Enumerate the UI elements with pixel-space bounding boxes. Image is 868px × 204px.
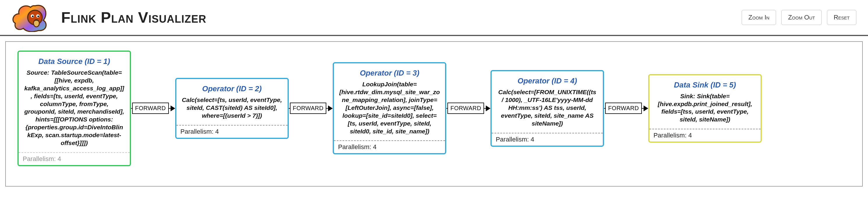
- flink-squirrel-logo-icon: [12, 3, 50, 32]
- plan-node-5[interactable]: Data Sink (ID = 5)Sink: Sink(table=[hive…: [648, 74, 762, 143]
- node-parallelism: Parallelism: 4: [492, 133, 603, 145]
- svg-point-4: [37, 16, 39, 18]
- zoom-toolbar: Zoom In Zoom Out Reset: [742, 10, 856, 25]
- edge-label: FORWARD: [605, 103, 642, 114]
- node-title: Data Sink (ID = 5): [649, 75, 761, 93]
- node-description: Calc(select=[FROM_UNIXTIME((ts / 1000), …: [492, 88, 603, 133]
- reset-button[interactable]: Reset: [827, 10, 856, 25]
- app-header: Flink Plan Visualizer Zoom In Zoom Out R…: [0, 0, 868, 36]
- plan-node-2[interactable]: Operator (ID = 2)Calc(select=[ts, userId…: [175, 78, 289, 139]
- svg-point-2: [32, 16, 34, 18]
- plan-node-1[interactable]: Data Source (ID = 1)Source: TableSourceS…: [18, 50, 131, 166]
- node-description: Calc(select=[ts, userId, eventType, site…: [176, 96, 287, 125]
- node-title: Operator (ID = 4): [492, 71, 603, 88]
- zoom-in-button[interactable]: Zoom In: [742, 10, 776, 25]
- node-title: Operator (ID = 3): [334, 63, 445, 80]
- edge-forward: FORWARD: [131, 103, 175, 114]
- edge-forward: FORWARD: [289, 103, 333, 114]
- node-description: Sink: Sink(table=[hive.expdb.print_joine…: [649, 93, 761, 129]
- node-parallelism: Parallelism: 4: [649, 129, 761, 141]
- node-description: Source: TableSourceScan(table=[[hive, ex…: [19, 69, 130, 152]
- zoom-out-button[interactable]: Zoom Out: [781, 10, 822, 25]
- node-parallelism: Parallelism: 4: [19, 152, 130, 165]
- plan-node-3[interactable]: Operator (ID = 3)LookupJoin(table=[hive.…: [333, 62, 446, 154]
- edge-forward: FORWARD: [604, 103, 648, 114]
- node-description: LookupJoin(table=[hive.rtdw_dim.mysql_si…: [334, 80, 445, 140]
- node-parallelism: Parallelism: 4: [334, 140, 445, 153]
- node-title: Operator (ID = 2): [176, 79, 287, 96]
- edge-label: FORWARD: [132, 103, 169, 114]
- plan-canvas[interactable]: Data Source (ID = 1)Source: TableSourceS…: [5, 41, 863, 186]
- edge-label: FORWARD: [290, 103, 327, 114]
- edge-forward: FORWARD: [446, 103, 491, 114]
- node-parallelism: Parallelism: 4: [176, 125, 287, 138]
- plan-node-4[interactable]: Operator (ID = 4)Calc(select=[FROM_UNIXT…: [491, 70, 604, 146]
- node-title: Data Source (ID = 1): [19, 52, 130, 69]
- page-title: Flink Plan Visualizer: [61, 9, 730, 26]
- edge-label: FORWARD: [447, 103, 484, 114]
